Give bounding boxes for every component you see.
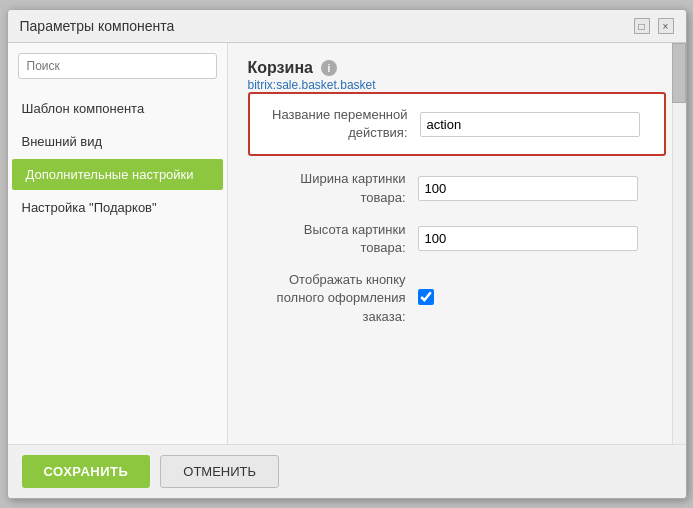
search-input[interactable] bbox=[18, 53, 217, 79]
action-variable-input[interactable] bbox=[420, 112, 640, 137]
image-height-control bbox=[418, 226, 656, 251]
image-height-label: Высота картинки товара: bbox=[258, 221, 418, 257]
dialog-window: Параметры компонента □ × Шаблон компонен… bbox=[7, 9, 687, 499]
sidebar-item-extra[interactable]: Дополнительные настройки bbox=[12, 159, 223, 190]
image-width-control bbox=[418, 176, 656, 201]
save-button[interactable]: СОХРАНИТЬ bbox=[22, 455, 151, 488]
sidebar-item-gifts[interactable]: Настройка "Подарков" bbox=[8, 192, 227, 223]
footer: СОХРАНИТЬ ОТМЕНИТЬ bbox=[8, 444, 686, 498]
component-id[interactable]: bitrix:sale.basket.basket bbox=[248, 78, 376, 92]
content-area: Корзина i bitrix:sale.basket.basket Назв… bbox=[228, 43, 686, 444]
titlebar: Параметры компонента □ × bbox=[8, 10, 686, 43]
window-title: Параметры компонента bbox=[20, 18, 175, 34]
show-checkout-row: Отображать кнопку полного оформления зак… bbox=[248, 271, 666, 326]
sidebar-item-appearance[interactable]: Внешний вид bbox=[8, 126, 227, 157]
scrollbar-thumb[interactable] bbox=[672, 43, 686, 103]
cancel-button[interactable]: ОТМЕНИТЬ bbox=[160, 455, 279, 488]
minimize-button[interactable]: □ bbox=[634, 18, 650, 34]
action-variable-label: Название переменной действия: bbox=[260, 106, 420, 142]
action-variable-row: Название переменной действия: bbox=[260, 106, 654, 142]
component-title-row: Корзина i bbox=[248, 59, 666, 77]
image-width-label: Ширина картинки товара: bbox=[258, 170, 418, 206]
show-checkout-checkbox[interactable] bbox=[418, 289, 434, 305]
close-button[interactable]: × bbox=[658, 18, 674, 34]
show-checkout-control bbox=[418, 289, 656, 308]
sidebar-item-template[interactable]: Шаблон компонента bbox=[8, 93, 227, 124]
show-checkout-label: Отображать кнопку полного оформления зак… bbox=[258, 271, 418, 326]
action-variable-control bbox=[420, 112, 654, 137]
component-name: Корзина bbox=[248, 59, 313, 77]
image-width-input[interactable] bbox=[418, 176, 638, 201]
info-icon[interactable]: i bbox=[321, 60, 337, 76]
image-width-row: Ширина картинки товара: bbox=[248, 170, 666, 206]
image-height-input[interactable] bbox=[418, 226, 638, 251]
search-box bbox=[18, 53, 217, 79]
titlebar-controls: □ × bbox=[634, 18, 674, 34]
scrollbar-track bbox=[672, 43, 686, 444]
main-content: Шаблон компонента Внешний вид Дополнител… bbox=[8, 43, 686, 444]
image-height-row: Высота картинки товара: bbox=[248, 221, 666, 257]
action-variable-section: Название переменной действия: bbox=[248, 92, 666, 156]
sidebar: Шаблон компонента Внешний вид Дополнител… bbox=[8, 43, 228, 444]
